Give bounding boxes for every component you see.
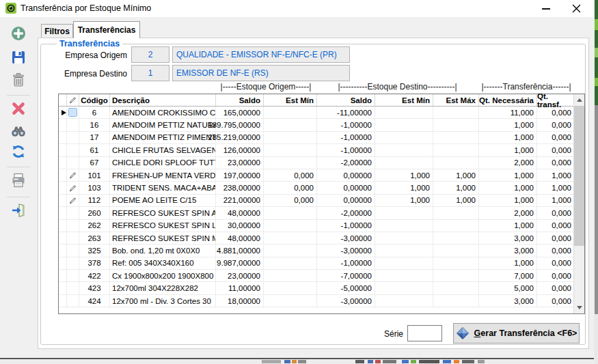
cell-qt-transf[interactable]: 0,000 <box>537 232 575 244</box>
cell-estmin-destino[interactable] <box>375 207 433 219</box>
cell-codigo[interactable]: 262 <box>79 220 110 232</box>
cell-codigo[interactable]: 6 <box>79 107 110 118</box>
cell-descricao[interactable]: TRIDENT SENS. MACA+ABA <box>110 182 216 193</box>
cell-estmin-destino[interactable]: 1,000 <box>375 169 433 181</box>
cell-hand[interactable] <box>67 195 79 206</box>
cell-hand[interactable] <box>67 169 79 181</box>
cell-hand[interactable] <box>67 244 79 256</box>
cell-estmin-origem[interactable] <box>264 119 317 130</box>
cell-saldo-origem[interactable]: 197,00000 <box>216 169 264 181</box>
cell-row-indicator[interactable] <box>59 157 67 169</box>
cell-estmin-origem[interactable] <box>264 232 317 244</box>
cell-estmax[interactable]: 1,000 <box>433 169 479 181</box>
cell-qt-transf[interactable]: 0,000 <box>537 257 575 269</box>
cell-codigo[interactable]: 112 <box>79 195 110 206</box>
cell-hand[interactable] <box>67 220 79 232</box>
cell-saldo-destino[interactable]: -2,00000 <box>317 207 375 219</box>
minimize-button[interactable] <box>532 0 560 17</box>
cell-qt-transf[interactable]: 0,000 <box>537 144 575 156</box>
cell-saldo-origem[interactable]: 126,00000 <box>216 144 264 156</box>
cell-qt-necessaria[interactable]: 7,000 <box>479 270 537 281</box>
vertical-scrollbar[interactable] <box>573 94 584 313</box>
cell-estmin-origem[interactable] <box>264 220 317 232</box>
empresa-destino-name-field[interactable]: EMISSOR DE NF-E (RS) <box>172 65 350 81</box>
cell-estmin-origem[interactable] <box>264 257 317 269</box>
cell-saldo-origem[interactable]: 11,00000 <box>216 282 264 294</box>
search-button[interactable] <box>10 123 27 139</box>
cell-estmax[interactable] <box>433 244 479 256</box>
cell-estmax[interactable] <box>433 157 479 169</box>
delete-button[interactable] <box>10 72 27 88</box>
cell-saldo-origem[interactable]: 238,00000 <box>216 182 264 193</box>
cell-estmin-origem[interactable] <box>264 282 317 294</box>
cell-estmin-origem[interactable] <box>264 207 317 219</box>
table-row[interactable]: 422Cx 1900x800x200 1900X80023,00000-7,00… <box>59 270 584 282</box>
cell-hand[interactable] <box>67 119 79 130</box>
cell-estmax[interactable] <box>433 144 479 156</box>
cell-estmin-origem[interactable] <box>264 107 317 118</box>
cell-hand[interactable] <box>67 270 79 281</box>
cell-codigo[interactable]: 101 <box>79 169 110 181</box>
cell-qt-necessaria[interactable]: 1,000 <box>479 220 537 232</box>
cell-saldo-origem[interactable]: 23,00000 <box>216 270 264 281</box>
focused-cell[interactable] <box>68 108 77 117</box>
cell-estmin-destino[interactable] <box>375 295 433 307</box>
cell-row-indicator[interactable] <box>59 119 67 130</box>
cell-hand[interactable] <box>67 282 79 294</box>
cell-descricao[interactable]: AMENDOIM CROKISSIMO CH <box>110 107 216 118</box>
cell-qt-necessaria[interactable]: 2,000 <box>479 207 537 219</box>
cell-descricao[interactable]: 12x700ml 304X228X282 <box>110 282 216 294</box>
cell-estmin-destino[interactable] <box>375 119 433 130</box>
cell-codigo[interactable]: 260 <box>79 207 110 219</box>
cell-estmin-destino[interactable] <box>375 282 433 294</box>
cell-saldo-destino[interactable]: -11,00000 <box>317 107 375 118</box>
cell-row-indicator[interactable] <box>59 232 67 244</box>
cell-estmax[interactable] <box>433 282 479 294</box>
exit-button[interactable] <box>10 202 27 219</box>
cell-estmin-origem[interactable] <box>264 144 317 156</box>
cell-saldo-origem[interactable]: 221,00000 <box>216 195 264 206</box>
cell-estmax[interactable] <box>433 132 479 143</box>
cell-row-indicator[interactable] <box>59 270 67 281</box>
serie-input[interactable] <box>407 325 442 341</box>
cell-codigo[interactable]: 263 <box>79 232 110 244</box>
cell-row-indicator[interactable] <box>59 107 67 118</box>
cell-qt-necessaria[interactable]: 1,000 <box>479 257 537 269</box>
cell-qt-transf[interactable]: 1,000 <box>537 182 575 193</box>
cell-qt-necessaria[interactable]: 3,000 <box>479 244 537 256</box>
cell-hand[interactable] <box>67 182 79 193</box>
cell-qt-transf[interactable]: 0,000 <box>537 207 575 219</box>
cell-saldo-destino[interactable]: -2,00000 <box>317 157 375 169</box>
cell-qt-necessaria[interactable]: 1,000 <box>479 169 537 181</box>
cell-estmin-destino[interactable] <box>375 144 433 156</box>
cell-estmax[interactable] <box>433 270 479 281</box>
table-row[interactable]: 17AMENDOIM PETTIZ PIMENTA285.219,00000-1… <box>59 132 584 144</box>
close-button[interactable] <box>562 0 590 17</box>
table-row[interactable]: 112POEME AO LEITE C/15221,000000,0000,00… <box>59 195 584 207</box>
cell-descricao[interactable]: CHICLE DORI SPLOOF TUTT. <box>110 157 216 169</box>
cell-estmin-destino[interactable]: 1,000 <box>375 195 433 206</box>
cell-saldo-origem[interactable]: 23,00000 <box>216 157 264 169</box>
cell-qt-transf[interactable]: 0,000 <box>537 157 575 169</box>
cell-estmin-destino[interactable] <box>375 132 433 143</box>
cell-saldo-destino[interactable]: 0,00000 <box>317 169 375 181</box>
scroll-down-arrow[interactable] <box>574 302 585 313</box>
cell-hand[interactable] <box>67 132 79 143</box>
cell-descricao[interactable]: Bob. ond. 1,20 mt 0X0X0 <box>110 244 216 256</box>
cell-descricao[interactable]: REFRESCO SUKEST SPIN AB. <box>110 207 216 219</box>
cell-qt-transf[interactable]: 0,000 <box>537 270 575 281</box>
print-button[interactable] <box>10 172 27 188</box>
tab-transferencias[interactable]: Transferências <box>73 21 140 38</box>
cell-hand[interactable] <box>67 232 79 244</box>
table-row[interactable]: 325Bob. ond. 1,20 mt 0X0X04.881,00000-3,… <box>59 244 584 257</box>
table-row[interactable]: 378Ref: 005 340X340X1609.987,00000-1,000… <box>59 257 584 270</box>
cell-codigo[interactable]: 325 <box>79 244 110 256</box>
cancel-button[interactable] <box>10 100 27 117</box>
cell-saldo-destino[interactable]: 0,00000 <box>317 182 375 193</box>
cell-descricao[interactable]: AMENDOIM PETTIZ PIMENTA <box>110 132 216 143</box>
cell-estmin-origem[interactable] <box>264 244 317 256</box>
cell-row-indicator[interactable] <box>59 257 67 269</box>
cell-hand[interactable] <box>67 144 79 156</box>
empresa-destino-code-field[interactable]: 1 <box>131 65 169 81</box>
cell-estmax[interactable]: 1,000 <box>433 182 479 193</box>
